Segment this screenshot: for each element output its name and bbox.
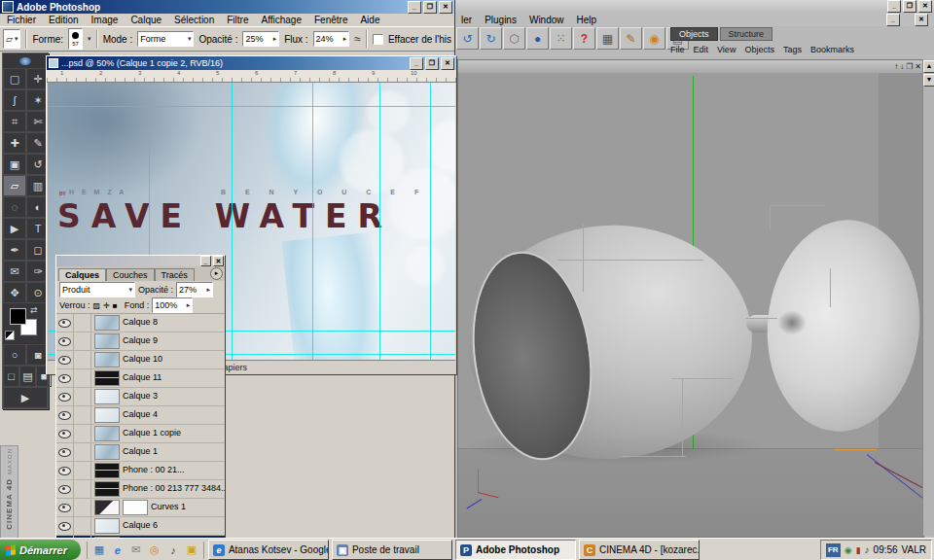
layer-row[interactable]: Curves 1 [56,499,225,517]
link-cell[interactable] [74,517,91,535]
layer-thumbnail[interactable] [94,315,120,331]
c4d-menu-plugins[interactable]: Plugins [485,15,517,25]
media-player-icon[interactable]: ◎ [147,542,162,558]
minimize-icon[interactable]: _ [408,1,421,14]
c4d-objects-menu[interactable]: Objects [744,45,774,54]
layer-row[interactable]: Calque 1 [56,443,225,462]
swap-colors-icon[interactable]: ⇄ [30,305,38,315]
maximize-icon[interactable]: ❐ [423,1,437,14]
calculator-icon[interactable]: ▦ [596,27,619,50]
blend-mode-select[interactable]: Produit ▾ [59,282,135,298]
menu-filtre[interactable]: Filtre [227,15,248,25]
close-icon[interactable]: ✕ [213,256,224,266]
layer-row[interactable]: Calque 6 [56,517,225,536]
maximize-icon[interactable]: ❐ [903,0,916,13]
tool-preset-button[interactable]: ▱ ▾ [3,29,20,49]
restore-icon[interactable]: ❐ [906,62,913,71]
menu-fenetre[interactable]: Fenêtre [314,15,347,25]
collapse-icon[interactable]: _ [200,256,211,266]
layer-row[interactable]: Calque 3 [56,388,225,406]
c4d-tags-menu[interactable]: Tags [783,45,802,54]
photoshop-titlebar[interactable]: Adobe Photoshop _ ❐ ✕ [0,0,454,14]
pen-icon[interactable]: ✎ [620,27,642,50]
close-icon[interactable]: ✕ [915,14,928,26]
layer-thumbnail[interactable] [94,481,120,497]
mode-select[interactable]: Forme ▾ [137,31,194,47]
eye-icon[interactable] [56,462,74,479]
link-cell[interactable] [74,443,91,461]
layer-thumbnail[interactable] [94,463,120,478]
c4d-menu-modeler[interactable]: ler [461,15,472,25]
link-cell[interactable] [74,499,91,516]
points-icon[interactable]: ⁙ [550,27,572,50]
lasso-tool[interactable]: ʃ [3,89,26,111]
menu-calque[interactable]: Calque [130,15,162,25]
link-cell[interactable] [74,406,91,424]
clone-stamp-tool[interactable]: ▣ [3,154,26,175]
menu-fichier[interactable]: Fichier [7,15,36,25]
guide-line[interactable] [312,83,313,360]
eye-icon[interactable] [56,517,74,535]
brush-picker[interactable]: 57 [68,28,83,50]
task-button-cinema4d[interactable]: C CINEMA 4D - [kozarec.o... [579,540,700,560]
close-icon[interactable]: ✕ [441,57,454,70]
eye-icon[interactable] [56,480,74,498]
close-icon[interactable]: ✕ [915,62,921,71]
erase-history-checkbox[interactable] [373,34,383,45]
show-desktop-icon[interactable]: ▦ [91,542,107,558]
menu-edition[interactable]: Edition [49,15,79,25]
ring-icon[interactable]: ◉ [643,27,665,50]
folder-icon[interactable]: ▣ [184,542,199,558]
default-colors-icon[interactable] [5,331,15,340]
fill-input[interactable]: 100% ▸ [152,298,193,313]
eye-icon[interactable] [56,425,74,442]
layer-thumbnail[interactable] [94,352,120,368]
viewport-3d[interactable] [458,73,923,537]
eye-icon[interactable] [56,351,74,368]
sphere-icon[interactable]: ● [526,27,549,50]
c4d-menu-help[interactable]: Help [577,15,597,25]
imageready-button[interactable]: ▶ [3,387,48,408]
eye-icon[interactable] [56,499,74,516]
hand-tool[interactable]: ✥ [3,282,26,303]
tab-objects[interactable]: Objects [670,27,718,41]
pen-tool[interactable]: ✒ [3,239,26,261]
c4d-bookmarks-menu[interactable]: Bookmarks [810,45,854,54]
eye-icon[interactable] [56,314,74,332]
help-icon[interactable]: ? [573,27,595,50]
maximize-icon[interactable]: ❐ [425,57,439,70]
undo-icon[interactable]: ↺ [456,27,479,50]
layer-thumbnail[interactable] [94,444,120,460]
layer-thumbnail[interactable] [94,370,120,386]
link-cell[interactable] [74,332,91,350]
document-titlebar[interactable]: ...psd @ 50% (Calque 1 copie 2, RVB/16) … [47,56,456,70]
link-cell[interactable] [74,480,91,498]
close-icon[interactable]: ✕ [439,1,452,14]
close-icon[interactable]: ✕ [918,0,932,13]
guide-line[interactable] [430,83,431,360]
layer-thumbnail[interactable] [94,333,120,349]
link-cell[interactable] [74,388,91,405]
c4d-edit-menu[interactable]: Edit [694,45,709,54]
layer-row[interactable]: Calque 11 [56,369,225,388]
link-cell[interactable] [74,314,91,332]
c4d-file-menu[interactable]: File [670,45,685,54]
layer-thumbnail[interactable] [94,389,120,404]
tray-status-icon[interactable]: ◉ [844,545,852,555]
redo-icon[interactable]: ↻ [480,27,502,50]
lock-transparency-icon[interactable]: ▨ [93,301,101,310]
c4d-view-menu[interactable]: View [717,45,736,54]
scroll-up-icon[interactable]: ▲ [923,60,934,73]
lock-all-icon[interactable]: ■ [113,301,118,310]
blur-tool[interactable]: ◌ [3,196,26,218]
task-button-ie[interactable]: e Atanas Kotsev - Google ... [208,540,329,560]
minimize-icon[interactable]: _ [886,14,900,26]
guide-line[interactable] [232,83,233,360]
language-indicator[interactable]: FR [826,543,841,557]
tab-structure[interactable]: Structure [720,27,773,41]
foreground-color-swatch[interactable] [10,308,26,325]
chevron-down-icon[interactable]: ▾ [88,35,91,43]
layer-thumbnail[interactable] [94,407,120,423]
start-button[interactable]: Démarrer [0,540,81,560]
menu-aide[interactable]: Aide [360,15,379,25]
